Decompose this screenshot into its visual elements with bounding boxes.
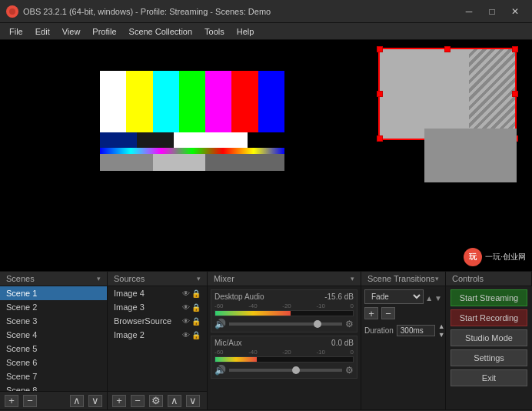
scene-item-6[interactable]: Scene 6 <box>0 356 107 369</box>
desktop-audio-volume-slider[interactable] <box>229 322 342 326</box>
menu-item-view[interactable]: View <box>56 23 87 39</box>
menu-item-scene-collection[interactable]: Scene Collection <box>123 23 199 39</box>
scene-item-3[interactable]: Scene 3 <box>0 314 107 328</box>
move-source-down-button[interactable]: ∨ <box>186 395 200 407</box>
source-label: Image 2 <box>114 330 145 339</box>
exit-button[interactable]: Exit <box>451 369 527 386</box>
mic-aux-volume-slider[interactable] <box>229 369 342 372</box>
desktop-audio-channel: Desktop Audio -15.6 dB -60 -40 -20 -10 0… <box>211 289 357 332</box>
cb-red <box>231 71 258 132</box>
source-lock-icon[interactable]: 🔒 <box>191 331 201 339</box>
scene-item-5[interactable]: Scene 5 <box>0 342 107 356</box>
menu-bar: FileEditViewProfileScene CollectionTools… <box>0 23 532 40</box>
menu-item-edit[interactable]: Edit <box>29 23 56 39</box>
handle-tc[interactable] <box>444 46 451 52</box>
studio-mode-button[interactable]: Studio Mode <box>451 329 527 346</box>
svg-point-0 <box>9 8 15 15</box>
source-eye-icon[interactable]: 👁 <box>182 303 190 312</box>
settings-button[interactable]: Settings <box>451 349 527 366</box>
menu-item-tools[interactable]: Tools <box>198 23 231 39</box>
add-transition-button[interactable]: + <box>364 307 378 319</box>
transition-select[interactable]: Fade Cut Swipe Slide Stinger Luma Wipe <box>364 289 424 304</box>
source-item-1[interactable]: Image 4 👁 🔒 <box>108 286 207 300</box>
source-eye-icon[interactable]: 👁 <box>182 317 190 326</box>
source-icons: 👁 🔒 <box>182 289 201 298</box>
scenes-header-arrow: ▾ <box>97 275 101 282</box>
source-lock-icon[interactable]: 🔒 <box>191 303 201 312</box>
window-title: OBS 23.2.1 (64-bit, windows) - Profile: … <box>23 7 271 16</box>
source-eye-icon[interactable]: 👁 <box>182 289 190 298</box>
source-settings-button[interactable]: ⚙ <box>149 395 163 407</box>
menu-item-help[interactable]: Help <box>231 23 261 39</box>
mic-aux-name: Mic/Aux <box>214 339 242 347</box>
transition-select-row: Fade Cut Swipe Slide Stinger Luma Wipe ▲… <box>364 289 442 307</box>
desktop-audio-controls: 🔊 ⚙ <box>214 319 354 329</box>
source-eye-icon[interactable]: 👁 <box>182 331 190 339</box>
mic-aux-channel: Mic/Aux 0.0 dB -60 -40 -20 -10 0 🔊 ⚙ <box>211 336 357 379</box>
minimize-button[interactable]: ─ <box>458 4 480 19</box>
close-button[interactable]: ✕ <box>504 4 526 19</box>
cb-gray3 <box>205 154 284 171</box>
add-source-button[interactable]: + <box>112 395 126 407</box>
mic-aux-settings-icon[interactable]: ⚙ <box>345 365 354 376</box>
sources-header-label: Sources <box>114 274 145 283</box>
handle-mr[interactable] <box>512 91 518 97</box>
black-left <box>8 55 85 256</box>
source-item-2[interactable]: Image 3 👁 🔒 <box>108 300 207 314</box>
mixer-header-arrow: ▾ <box>351 275 354 282</box>
start-recording-button[interactable]: Start Recording <box>451 309 527 326</box>
controls-header-label: Controls <box>452 274 484 283</box>
source-icons: 👁 🔒 <box>182 331 201 339</box>
window-controls[interactable]: ─ □ ✕ <box>458 4 526 19</box>
watermark-text: 一玩·创业网 <box>485 252 526 262</box>
scene-item-7[interactable]: Scene 7 <box>0 369 107 383</box>
scene-item-1[interactable]: Scene 1 <box>0 286 107 300</box>
source-lock-icon[interactable]: 🔒 <box>191 289 201 298</box>
desktop-audio-mute-icon[interactable]: 🔊 <box>214 319 226 329</box>
desktop-audio-db: -15.6 dB <box>324 292 354 301</box>
sources-panel-header: Sources ▾ <box>108 272 208 286</box>
transitions-panel: Fade Cut Swipe Slide Stinger Luma Wipe ▲… <box>361 286 446 409</box>
handle-tl[interactable] <box>377 46 383 52</box>
transition-select-down[interactable]: ▼ <box>434 294 442 302</box>
remove-transition-button[interactable]: − <box>381 307 395 319</box>
desktop-audio-scale: -60 -40 -20 -10 0 <box>214 302 354 309</box>
transition-select-up[interactable]: ▲ <box>425 294 433 302</box>
mic-aux-mute-icon[interactable]: 🔊 <box>214 365 226 376</box>
move-scene-down-button[interactable]: ∨ <box>88 395 102 407</box>
transition-buttons-row: + − <box>364 307 442 319</box>
source-icons: 👁 🔒 <box>182 317 201 326</box>
menu-item-profile[interactable]: Profile <box>86 23 122 39</box>
remove-source-button[interactable]: − <box>131 395 145 407</box>
move-scene-up-button[interactable]: ∧ <box>70 395 84 407</box>
controls-panel-header: Controls <box>446 272 532 286</box>
duration-down-arrow[interactable]: ▼ <box>438 331 445 339</box>
source-lock-icon[interactable]: 🔒 <box>191 317 201 326</box>
handle-tr[interactable] <box>512 46 518 52</box>
handle-bl[interactable] <box>377 135 383 142</box>
cb-white <box>100 71 126 132</box>
start-streaming-button[interactable]: Start Streaming <box>451 289 527 306</box>
test-pattern <box>100 71 284 171</box>
source-item-4[interactable]: Image 2 👁 🔒 <box>108 328 207 342</box>
duration-input[interactable] <box>397 325 435 336</box>
desktop-audio-meter <box>214 310 354 316</box>
scene-item-2[interactable]: Scene 2 <box>0 300 107 314</box>
cb-black2 <box>248 132 284 148</box>
scene-item-4[interactable]: Scene 4 <box>0 328 107 342</box>
menu-item-file[interactable]: File <box>3 23 29 39</box>
remove-scene-button[interactable]: − <box>23 395 37 407</box>
source-label: Image 3 <box>114 302 145 312</box>
move-source-up-button[interactable]: ∧ <box>168 395 181 407</box>
source-item-3[interactable]: BrowserSource 👁 🔒 <box>108 314 207 328</box>
maximize-button[interactable]: □ <box>481 4 503 19</box>
watermark: 玩 一玩·创业网 <box>461 246 529 268</box>
mic-aux-db: 0.0 dB <box>331 339 354 347</box>
title-bar-left: OBS 23.2.1 (64-bit, windows) - Profile: … <box>6 5 271 18</box>
desktop-audio-settings-icon[interactable]: ⚙ <box>345 319 354 329</box>
handle-ml[interactable] <box>377 91 383 97</box>
add-scene-button[interactable]: + <box>5 395 18 407</box>
scene-item-8[interactable]: Scene 8 <box>0 383 107 391</box>
duration-up-arrow[interactable]: ▲ <box>438 322 445 330</box>
cb-yellow <box>126 71 152 132</box>
